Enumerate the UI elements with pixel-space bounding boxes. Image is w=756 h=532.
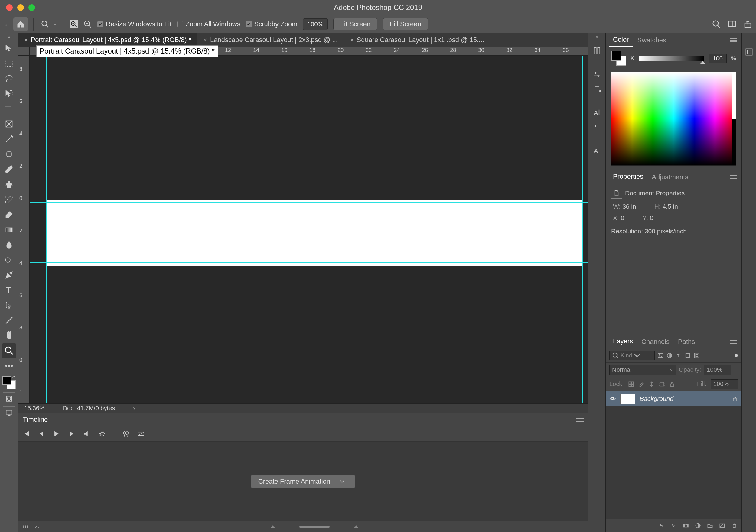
vertical-ruler[interactable]: 86420246801 (18, 56, 30, 403)
timeline-scroll[interactable] (46, 525, 583, 529)
color-fg-bg-swatch[interactable] (611, 51, 626, 66)
horizontal-guide[interactable] (30, 202, 588, 202)
layer-filter-kind[interactable]: Kind (609, 351, 655, 360)
share-icon[interactable] (743, 20, 752, 29)
type-tool[interactable]: T (2, 283, 16, 297)
prev-frame-icon[interactable] (38, 430, 45, 437)
clone-stamp-tool[interactable] (2, 177, 16, 192)
maximize-icon[interactable] (28, 4, 35, 11)
history-brush-tool[interactable] (2, 192, 16, 207)
lock-all-icon[interactable] (669, 381, 675, 387)
line-tool[interactable] (2, 313, 16, 328)
character-panel-icon[interactable]: A (590, 106, 604, 119)
horizontal-guide[interactable] (30, 200, 588, 200)
visibility-icon[interactable] (609, 395, 616, 402)
horizontal-guide[interactable] (30, 262, 588, 263)
lock-icon[interactable] (732, 396, 738, 402)
dropdown-icon[interactable] (54, 22, 57, 26)
gradient-tool[interactable] (2, 223, 16, 237)
render-icon[interactable] (35, 524, 40, 530)
settings-icon[interactable] (98, 430, 105, 437)
zoom-percent-input[interactable]: 100% (303, 18, 328, 30)
vertical-guide[interactable] (582, 56, 583, 403)
expand-strip-icon[interactable]: « (596, 35, 598, 39)
glyphs-panel-icon[interactable]: A (590, 144, 604, 157)
vertical-guide[interactable] (421, 56, 422, 403)
panel-menu-icon[interactable] (730, 174, 737, 178)
create-frame-animation-button[interactable]: Create Frame Animation (251, 475, 355, 488)
styles-panel-icon[interactable] (590, 82, 604, 95)
first-frame-icon[interactable] (23, 430, 30, 437)
filter-image-icon[interactable] (657, 352, 664, 359)
swatches-tab[interactable]: Swatches (633, 34, 670, 46)
close-tab-icon[interactable]: × (350, 37, 354, 43)
quick-mask-mode[interactable] (3, 392, 15, 405)
pen-tool[interactable] (2, 268, 16, 282)
screen-mode[interactable] (3, 406, 15, 419)
vertical-guide[interactable] (528, 56, 529, 403)
zoom-all-checkbox[interactable]: Zoom All Windows (177, 20, 240, 28)
healing-brush-tool[interactable] (2, 147, 16, 161)
filter-shape-icon[interactable] (684, 352, 691, 359)
filter-toggle[interactable] (735, 354, 738, 357)
close-tab-icon[interactable]: × (203, 37, 207, 43)
canvas-area[interactable]: 12141618202224262830323436 86420246801 (18, 46, 588, 403)
fit-screen-button[interactable]: Fit Screen (333, 18, 377, 30)
minimize-icon[interactable] (17, 4, 24, 11)
adjustments-tab[interactable]: Adjustments (647, 171, 692, 183)
canvas-stage[interactable] (30, 56, 588, 403)
move-tool[interactable] (2, 41, 16, 56)
vertical-guide[interactable] (314, 56, 314, 403)
next-frame-icon[interactable] (68, 430, 75, 437)
fill-input[interactable]: 100% (711, 379, 738, 389)
panel-menu-icon[interactable] (576, 417, 584, 421)
paths-tab[interactable]: Paths (674, 335, 699, 348)
foreground-color-swatch[interactable] (2, 376, 12, 385)
fill-screen-button[interactable]: Fill Screen (383, 18, 428, 30)
new-layer-icon[interactable] (719, 523, 725, 529)
play-icon[interactable] (53, 430, 60, 437)
frame-mode-icon[interactable] (742, 45, 756, 59)
lasso-tool[interactable] (2, 71, 16, 86)
scrubby-zoom-checkbox[interactable]: ✓ Scrubby Zoom (246, 20, 298, 28)
k-value-input[interactable]: 100 (709, 54, 727, 63)
panel-menu-icon[interactable] (730, 37, 737, 41)
layer-thumbnail[interactable] (620, 393, 635, 404)
zoom-tool[interactable] (2, 343, 16, 358)
blur-tool[interactable] (2, 238, 16, 252)
status-zoom[interactable]: 15.36% (24, 405, 45, 412)
crop-tool[interactable] (2, 102, 16, 116)
lock-paint-icon[interactable] (638, 381, 644, 387)
layer-mask-icon[interactable] (683, 523, 689, 529)
libraries-panel-icon[interactable] (590, 44, 604, 57)
layer-row[interactable]: Background (606, 391, 742, 406)
zoom-tool-icon[interactable] (41, 20, 49, 28)
frames-icon[interactable] (23, 524, 28, 530)
paragraph-panel-icon[interactable]: ¶ (590, 120, 604, 134)
layer-style-icon[interactable]: fx (671, 523, 677, 529)
delete-layer-icon[interactable] (731, 523, 737, 529)
vertical-guide[interactable] (475, 56, 475, 403)
group-icon[interactable] (707, 523, 713, 529)
dodge-tool[interactable] (2, 253, 16, 267)
transition-icon[interactable] (138, 430, 144, 437)
properties-tab[interactable]: Properties (609, 170, 647, 183)
color-spectrum[interactable] (611, 72, 736, 166)
resize-windows-checkbox[interactable]: ✓ Resize Windows to Fit (97, 20, 172, 28)
status-more-icon[interactable]: › (133, 405, 135, 412)
workspace-icon[interactable] (728, 20, 737, 29)
hand-tool[interactable] (2, 328, 16, 343)
eyedropper-tool[interactable] (2, 132, 16, 146)
link-layers-icon[interactable] (659, 523, 665, 529)
horizontal-guide[interactable] (30, 266, 588, 266)
split-icon[interactable] (122, 430, 129, 437)
filter-adjustment-icon[interactable] (666, 352, 673, 359)
frame-tool[interactable] (2, 117, 16, 131)
filter-type-icon[interactable]: T (675, 352, 682, 359)
close-icon[interactable] (6, 4, 13, 11)
foreground-background-colors[interactable] (2, 375, 16, 390)
mute-icon[interactable] (83, 430, 90, 437)
adjustments-panel-icon[interactable] (590, 68, 604, 81)
vertical-guide[interactable] (261, 56, 261, 403)
layers-tab[interactable]: Layers (609, 335, 637, 348)
